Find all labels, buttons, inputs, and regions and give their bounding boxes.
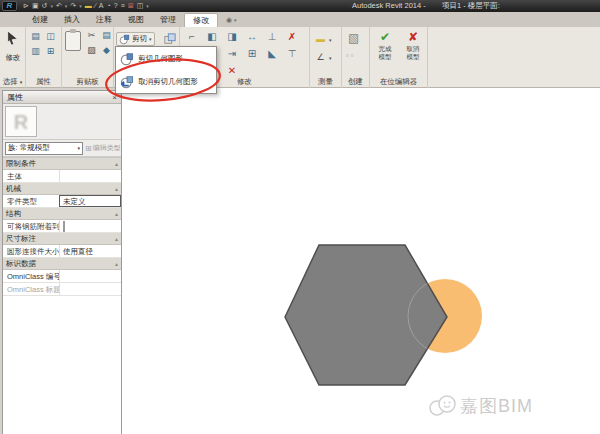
- row-value-part-type[interactable]: 未定义: [59, 195, 121, 207]
- redo-caret-icon[interactable]: ▾: [79, 3, 82, 9]
- tab-annotate[interactable]: 注释: [88, 13, 120, 27]
- pin-icon[interactable]: ▴: [115, 260, 118, 267]
- row-round-connector-size[interactable]: 圆形连接件大小 使用直径: [3, 245, 121, 258]
- section-dimensions[interactable]: 尺寸标注 ▴: [3, 233, 121, 245]
- properties-icon[interactable]: ▤: [29, 30, 42, 43]
- type-selector-dropdown[interactable]: 族: 常规模型 ▾: [5, 142, 83, 155]
- cut-geometry-icon: [119, 34, 130, 45]
- text-icon[interactable]: A: [99, 1, 104, 11]
- row-value[interactable]: [59, 283, 121, 295]
- undo-caret-icon[interactable]: ▾: [65, 3, 68, 9]
- save-icon[interactable]: ▣: [32, 1, 39, 11]
- row-value[interactable]: 使用直径: [59, 245, 121, 257]
- switch-windows-icon[interactable]: ◫: [137, 1, 144, 11]
- pin-icon[interactable]: ▴: [115, 235, 118, 242]
- cut-geometry-dropdown-button[interactable]: 剪切 ▾: [116, 32, 155, 46]
- cut-to-clipboard-icon[interactable]: ✂: [85, 29, 98, 42]
- copy-to-clipboard-icon[interactable]: ▤: [100, 29, 113, 42]
- pin-icon[interactable]: ▴: [115, 210, 118, 217]
- sync-caret-icon[interactable]: ▾: [50, 3, 53, 9]
- row-value[interactable]: [59, 170, 121, 182]
- close-hidden-windows-icon[interactable]: ⊠: [128, 1, 134, 11]
- modify-cursor-icon[interactable]: [5, 30, 21, 46]
- drawing-canvas[interactable]: 嘉图BIM: [122, 88, 600, 434]
- section-label: 尺寸标注: [6, 234, 115, 244]
- pin-icon[interactable]: ⊥: [263, 29, 281, 44]
- scale-icon[interactable]: ◣: [263, 46, 281, 61]
- unpin-icon[interactable]: ⊤: [283, 46, 301, 61]
- mirror-pick-axis-icon[interactable]: ◧: [203, 29, 221, 44]
- row-omniclass-number[interactable]: OmniClass 编号: [3, 270, 121, 283]
- measure-caret-icon[interactable]: ▾: [329, 37, 332, 43]
- revit-logo-icon[interactable]: R: [2, 1, 17, 11]
- modify-button-label[interactable]: 修改: [0, 53, 26, 63]
- aligned-dimension-icon[interactable]: ∕: [95, 1, 96, 11]
- row-label: 可将钢筋附着到...: [3, 220, 59, 232]
- trim-extend-icon[interactable]: ⇥: [223, 46, 241, 61]
- properties-header[interactable]: 属性 ×: [3, 91, 121, 104]
- paste-icon[interactable]: [65, 31, 81, 51]
- create-sub-icons[interactable]: ▫▫: [346, 51, 356, 60]
- panel-label-measure: 测量: [310, 77, 341, 87]
- align-icon[interactable]: ⌐: [183, 29, 201, 44]
- panel-label-properties: 属性: [26, 77, 61, 87]
- object-styles-icon[interactable]: ▥: [29, 45, 42, 58]
- section-constraints[interactable]: 限制条件 ▴: [3, 158, 121, 170]
- join-geometry-icon[interactable]: [164, 33, 176, 45]
- sync-icon[interactable]: ↺: [42, 1, 48, 11]
- redo-icon[interactable]: ↷: [70, 1, 76, 11]
- tab-manage[interactable]: 管理: [152, 13, 184, 27]
- create-group-icon[interactable]: ▧: [348, 31, 359, 45]
- pin-icon[interactable]: ▴: [115, 160, 118, 167]
- row-rebar-attach[interactable]: 可将钢筋附着到...: [3, 220, 121, 233]
- cut-button-label: 剪切: [132, 34, 147, 44]
- rebar-checkbox[interactable]: [63, 221, 65, 232]
- paint-icon[interactable]: ◆: [100, 44, 113, 57]
- materials-icon[interactable]: ◫: [44, 30, 57, 43]
- undo-icon[interactable]: ↶: [56, 1, 62, 11]
- cut-geometry-icon: [120, 52, 134, 66]
- cancel-model-label: 取消模型: [406, 45, 421, 60]
- cancel-model-button[interactable]: ✘ 取消模型: [400, 30, 426, 60]
- row-part-type[interactable]: 零件类型 未定义: [3, 195, 121, 208]
- tab-modify[interactable]: 修改: [184, 13, 218, 27]
- panel-select: 修改 选择 ▾: [0, 27, 26, 88]
- join-cutout-icon[interactable]: ✕: [223, 63, 241, 78]
- section-identity-data[interactable]: 标识数据 ▴: [3, 258, 121, 270]
- edit-type-button[interactable]: ⊞ 编辑类型: [85, 143, 121, 153]
- row-value[interactable]: [59, 220, 121, 232]
- tab-view[interactable]: 视图: [120, 13, 152, 27]
- row-host[interactable]: 主体: [3, 170, 121, 183]
- properties-title: 属性: [7, 92, 112, 103]
- pin-icon[interactable]: ▴: [115, 185, 118, 192]
- snaps-icon[interactable]: ⊞: [44, 45, 57, 58]
- match-type-icon[interactable]: ▨: [85, 44, 98, 57]
- move-icon[interactable]: ↔: [243, 29, 261, 44]
- tab-insert[interactable]: 插入: [56, 13, 88, 27]
- row-omniclass-title[interactable]: OmniClass 标题: [3, 283, 121, 296]
- delete-icon[interactable]: ✗: [283, 29, 301, 44]
- qat-customize-caret-icon[interactable]: ▾: [146, 3, 149, 9]
- panel-label-select[interactable]: 选择 ▾: [0, 77, 25, 87]
- section-structural[interactable]: 结构 ▴: [3, 208, 121, 220]
- type-selector-caret-icon: ▾: [77, 145, 80, 151]
- ui-list-icon[interactable]: ≡: [121, 1, 125, 11]
- measure-between-refs-icon[interactable]: ▬: [314, 33, 327, 46]
- hexagon-shape[interactable]: [285, 245, 447, 385]
- 3d-orbit-icon[interactable]: ◔: [107, 1, 111, 11]
- array-icon[interactable]: ⊞: [243, 46, 261, 61]
- ribbon-display-toggle[interactable]: ◉ ▾: [226, 13, 237, 27]
- menu-item-cut-geometry[interactable]: 剪切几何图形: [116, 47, 216, 70]
- mirror-draw-axis-icon[interactable]: ◨: [223, 29, 241, 44]
- open-icon[interactable]: ⊳: [23, 1, 29, 11]
- help-icon[interactable]: ?: [114, 1, 118, 11]
- app-title: Autodesk Revit 2014 -: [352, 1, 426, 10]
- finish-model-button[interactable]: ✔ 完成模型: [372, 30, 398, 60]
- measure-along-element-icon[interactable]: ∠: [314, 51, 327, 64]
- section-mechanical[interactable]: 机械 ▴: [3, 183, 121, 195]
- measure-icon[interactable]: ▬: [85, 1, 92, 11]
- row-value[interactable]: [59, 270, 121, 282]
- menu-item-uncut-geometry[interactable]: 取消剪切几何图形: [116, 70, 216, 93]
- tab-create[interactable]: 创建: [24, 13, 56, 27]
- measure-caret2-icon[interactable]: ▾: [329, 55, 332, 61]
